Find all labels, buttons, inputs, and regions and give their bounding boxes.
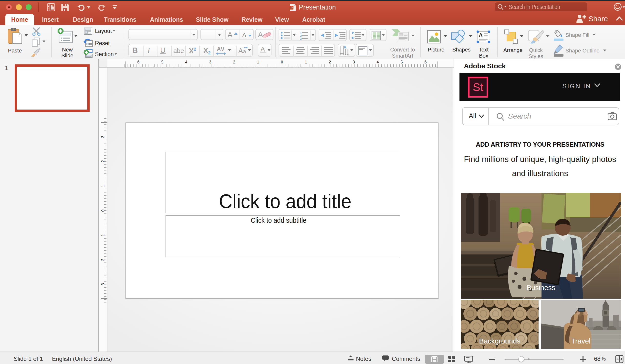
svg-text:A: A (344, 46, 346, 50)
svg-text:P: P (290, 6, 292, 9)
svg-text:A: A (478, 32, 483, 39)
svg-text:3: 3 (300, 37, 302, 40)
